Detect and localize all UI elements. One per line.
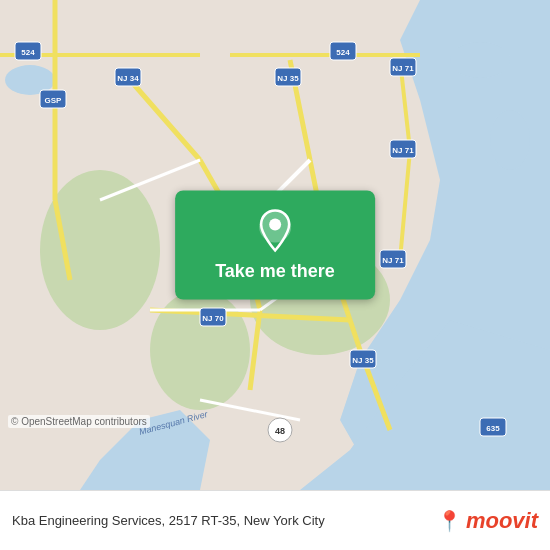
location-name: Kba Engineering Services, 2517 RT-35, Ne… [12,513,437,528]
svg-text:NJ 71: NJ 71 [392,64,414,73]
svg-text:NJ 35: NJ 35 [352,356,374,365]
svg-point-6 [490,110,530,170]
svg-point-58 [269,219,281,231]
svg-text:NJ 71: NJ 71 [382,256,404,265]
svg-point-7 [40,170,160,330]
action-button-label: Take me there [215,261,335,282]
location-info: Kba Engineering Services, 2517 RT-35, Ne… [12,513,437,528]
svg-text:GSP: GSP [45,96,63,105]
osm-attribution: © OpenStreetMap contributors [8,415,150,428]
svg-text:524: 524 [336,48,350,57]
bottom-bar: Kba Engineering Services, 2517 RT-35, Ne… [0,490,550,550]
svg-text:NJ 34: NJ 34 [117,74,139,83]
action-button-container: Take me there [175,191,375,300]
moovit-logo: 📍 moovit [437,508,538,534]
svg-text:48: 48 [275,426,285,436]
take-me-there-button[interactable]: Take me there [175,191,375,300]
svg-text:NJ 35: NJ 35 [277,74,299,83]
svg-text:635: 635 [486,424,500,433]
moovit-logo-text: moovit [466,508,538,534]
svg-text:NJ 71: NJ 71 [392,146,414,155]
moovit-pin-icon: 📍 [437,509,462,533]
location-pin-icon [257,209,293,253]
map-container: 524 524 GSP NJ 34 NJ 34 NJ 35 NJ 35 NJ 7… [0,0,550,490]
svg-point-8 [150,290,250,410]
svg-text:NJ 70: NJ 70 [202,314,224,323]
svg-text:524: 524 [21,48,35,57]
svg-point-5 [450,42,510,78]
